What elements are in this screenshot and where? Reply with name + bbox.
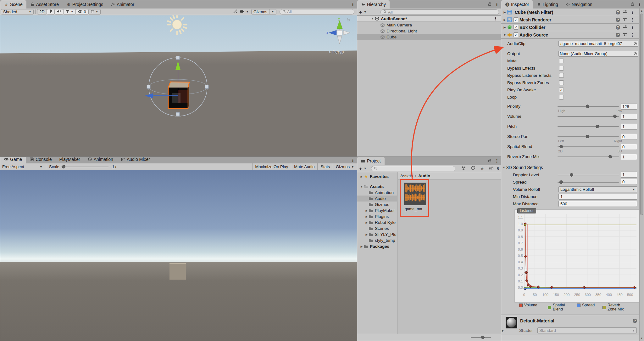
foldout-icon[interactable]: ▶ (365, 215, 369, 218)
mute-checkbox[interactable] (559, 59, 564, 63)
tab-project-settings[interactable]: ⚙Project Settings (63, 0, 107, 9)
tab-console[interactable]: Console (26, 156, 55, 163)
slider-thumb[interactable] (559, 145, 563, 148)
component-kebab-icon[interactable]: ⋮ (630, 32, 635, 37)
thumbnail-size-thumb[interactable] (481, 336, 485, 339)
project-eye-slash-icon[interactable] (489, 166, 494, 171)
output-object-field[interactable]: None (Audio Mixer Group) (558, 51, 638, 57)
slider-thumb[interactable] (596, 125, 599, 128)
tab-hierarchy[interactable]: Hierarchy (357, 0, 390, 9)
doppler-level-slider[interactable] (558, 175, 619, 175)
project-menu-kebab-icon[interactable]: ⋮ (495, 158, 499, 163)
spread-slider[interactable] (558, 182, 619, 183)
object-picker-icon[interactable] (633, 51, 638, 56)
audio-asset-caption[interactable]: game_ma... (398, 207, 432, 211)
material-help-icon[interactable]: ? (633, 319, 637, 323)
tab-audio-mixer[interactable]: Audio Mixer (117, 156, 154, 163)
component-header-box-collider[interactable]: ▶✓Box Collider?⋮ (501, 24, 640, 31)
hierarchy-create-button[interactable]: + (359, 9, 362, 15)
directional-light-sun-icon[interactable] (166, 15, 188, 35)
tab-animation[interactable]: Animation (84, 156, 117, 163)
tab-scene[interactable]: #Scene (0, 0, 26, 9)
max-distance-input[interactable]: 500 (558, 201, 637, 207)
grid-caret-icon[interactable]: ▼ (96, 10, 98, 13)
tree-item-playmaker[interactable]: ▶PlayMaker (357, 207, 397, 213)
thumbnail-size-slider[interactable] (471, 337, 491, 338)
bypass-reverb-zones-checkbox[interactable] (559, 80, 564, 85)
listener-badge[interactable]: Listener (517, 208, 536, 213)
inspector-lock-icon[interactable] (630, 2, 634, 7)
component-kebab-icon[interactable]: ⋮ (630, 25, 635, 30)
maximize-on-play-button[interactable]: Maximize On Play (252, 163, 291, 170)
project-create-caret-icon[interactable]: ▼ (364, 167, 367, 170)
project-create-button[interactable]: + (359, 166, 362, 171)
hidden-objects-toggle[interactable]: 0 (76, 9, 88, 14)
3d-sound-settings-foldout[interactable]: ▼3D Sound Settings (501, 164, 640, 171)
tree-item-audio[interactable]: Audio (357, 196, 397, 202)
volume-slider[interactable] (558, 116, 619, 117)
scrollbar-thumb[interactable] (640, 14, 643, 215)
effects-caret-icon[interactable]: ▼ (71, 10, 74, 13)
component-enabled-checkbox[interactable]: ✓ (514, 17, 518, 22)
pitch-value-input[interactable]: 1 (621, 124, 637, 130)
scene-viewport[interactable]: y z < Persp (0, 15, 357, 156)
project-search-input[interactable] (371, 166, 455, 171)
toggle-2d-button[interactable]: 2D (37, 9, 47, 14)
slider-thumb[interactable] (613, 115, 617, 118)
spatial-blend-slider[interactable] (558, 146, 619, 147)
tree-item-animation[interactable]: Animation (357, 190, 397, 196)
help-icon[interactable]: ? (616, 18, 620, 22)
foldout-icon[interactable]: ▶ (502, 26, 507, 29)
selected-cube-gizmo[interactable] (142, 52, 215, 119)
hierarchy-item-directional-light[interactable]: Directional Light (357, 28, 501, 34)
component-enabled-checkbox[interactable]: ✓ (514, 32, 518, 37)
scroll-down-icon[interactable]: ▼ (640, 337, 644, 340)
scene-search-input[interactable]: All (280, 9, 354, 14)
tree-item-scenes[interactable]: Scenes (357, 225, 397, 231)
grid-visibility-button[interactable]: ▼ (88, 9, 101, 14)
foldout-icon[interactable]: ▶ (502, 18, 507, 21)
priority-slider[interactable] (558, 106, 619, 107)
inspector-menu-kebab-icon[interactable]: ⋮ (637, 2, 642, 7)
slider-thumb[interactable] (570, 173, 573, 177)
tab-inspector[interactable]: iInspector (501, 0, 533, 9)
preset-icon[interactable] (623, 10, 627, 14)
hierarchy-search-input[interactable]: All (380, 9, 499, 15)
preset-icon[interactable] (623, 17, 627, 22)
component-kebab-icon[interactable]: ⋮ (630, 10, 635, 15)
component-enabled-checkbox[interactable]: ✓ (514, 25, 518, 30)
tree-item-packages[interactable]: ▶Packages (357, 243, 397, 249)
tab-game[interactable]: Game (0, 156, 26, 163)
help-icon[interactable]: ? (616, 33, 620, 37)
stats-button[interactable]: Stats (317, 163, 333, 170)
scene-effects-toggle[interactable]: ▼ (63, 9, 76, 14)
bypass-listener-effects-checkbox[interactable] (559, 73, 564, 78)
scene-lighting-toggle[interactable] (47, 9, 55, 14)
preset-icon[interactable] (623, 25, 627, 30)
scene-kebab-icon[interactable]: ⋮ (493, 16, 498, 21)
spatial-blend-value-input[interactable]: 0 (621, 144, 637, 150)
persp-mode-label[interactable]: < Persp (329, 49, 344, 54)
min-distance-input[interactable]: 1 (558, 194, 637, 200)
reverb-zone-mix-value-input[interactable]: 1 (621, 154, 637, 160)
hierarchy-create-caret-icon[interactable]: ▼ (364, 10, 367, 14)
component-header-audio-source[interactable]: ▼✓Audio Source?⋮ (501, 31, 640, 39)
foldout-icon[interactable]: ▶ (502, 11, 507, 14)
hierarchy-menu-kebab-icon[interactable]: ⋮ (495, 2, 499, 7)
hierarchy-item-main-camera[interactable]: Main Camera (357, 22, 501, 28)
component-header-mesh-renderer[interactable]: ▶✓Mesh Renderer?⋮ (501, 16, 640, 24)
tab-project[interactable]: Project (357, 157, 385, 165)
tree-item-gizmos[interactable]: Gizmos (357, 202, 397, 207)
foldout-icon[interactable]: ▼ (502, 33, 507, 37)
favorites-star-icon[interactable]: ★ (480, 166, 484, 171)
mute-audio-button[interactable]: Mute Audio (291, 163, 317, 170)
tree-item-assets[interactable]: ▼Assets (357, 184, 397, 190)
hierarchy-lock-icon[interactable] (488, 2, 491, 7)
scene-gizmos-dropdown[interactable]: Gizmos▼ (251, 9, 276, 14)
foldout-icon[interactable]: ▶ (360, 175, 364, 178)
slider-thumb[interactable] (559, 180, 563, 184)
breadcrumb-current[interactable]: Audio (418, 173, 430, 178)
hierarchy-item-cube[interactable]: Cube (357, 34, 501, 40)
tree-item-robot-kyle[interactable]: ▶Robot Kyle (357, 219, 397, 225)
tab-playmaker[interactable]: PlayMaker (56, 156, 84, 163)
